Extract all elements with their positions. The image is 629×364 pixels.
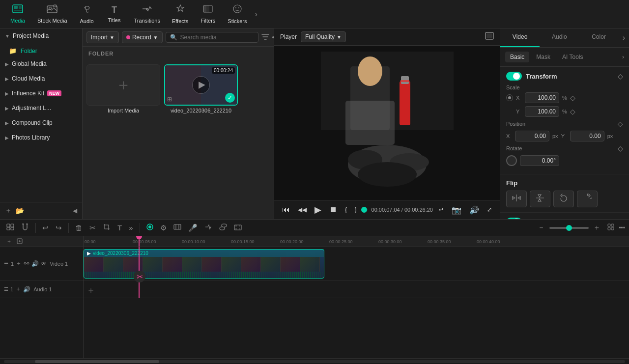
folder-create-icon[interactable]: 📂 [16, 207, 24, 215]
sidebar-item-adjustment[interactable]: ▶ Adjustment L... [0, 101, 82, 115]
import-button[interactable]: Import ▼ [86, 31, 119, 43]
timeline-playhead[interactable] [139, 236, 140, 247]
toolbar-item-stock[interactable]: Stock Media [31, 2, 73, 26]
fullscreen-icon[interactable] [485, 32, 494, 42]
undo-button[interactable]: ↩ [40, 222, 51, 234]
sidebar-item-photos-library[interactable]: ▶ Photos Library [0, 130, 82, 145]
filter-icon[interactable] [261, 33, 269, 42]
text-button[interactable]: T [115, 222, 124, 233]
compositing-toggle[interactable] [506, 218, 522, 219]
camera-frame-button[interactable] [231, 222, 244, 233]
audio-add-button[interactable]: ＋ [86, 284, 95, 296]
toolbar-item-filters[interactable]: Filters [194, 2, 222, 26]
tab-video[interactable]: Video [500, 28, 540, 47]
cut-button[interactable]: ✂ [87, 222, 98, 234]
transform-toggle[interactable] [506, 72, 522, 81]
sidebar-item-global-media[interactable]: ▶ Global Media [0, 56, 82, 71]
playhead-button[interactable] [144, 222, 156, 233]
audio-volume-icon[interactable]: 🔊 [23, 286, 30, 293]
add-track-label-button[interactable]: ＋ [4, 236, 14, 247]
toolbar-item-effects[interactable]: Effects [166, 2, 194, 26]
mic-button[interactable]: 🎤 [186, 222, 200, 234]
toolbar-item-titles[interactable]: T Titles [101, 3, 128, 25]
subtab-mask[interactable]: Mask [531, 52, 555, 62]
horizontal-scrollbar[interactable] [4, 360, 625, 363]
timeline-ruler[interactable]: 00:00 00:00:05:00 00:00:10:00 00:00:15:0… [84, 236, 629, 247]
clip-settings-button[interactable] [171, 222, 184, 233]
collapse-panel-icon[interactable]: ◀ [73, 207, 77, 214]
clip-mark-button[interactable]: ↵ [437, 205, 446, 214]
out-point-button[interactable]: } [353, 205, 359, 214]
search-input[interactable] [180, 34, 254, 41]
scale-y-keyframe[interactable]: ◇ [570, 108, 575, 115]
play-button[interactable]: ▶ [313, 203, 323, 216]
crop-button[interactable] [100, 222, 113, 234]
screenshot-button[interactable]: 📷 [450, 204, 463, 216]
in-point-button[interactable]: { [343, 205, 349, 214]
fit-screen-button[interactable]: ⤢ [485, 205, 494, 214]
tab-audio[interactable]: Audio [540, 28, 579, 47]
transform-keyframe-button[interactable]: ◇ [618, 72, 623, 80]
skip-back-button[interactable]: ⏮ [280, 204, 292, 215]
link-button[interactable] [217, 222, 229, 233]
zoom-slider[interactable] [549, 227, 589, 229]
rotate-left-button[interactable] [553, 191, 574, 207]
timeline-more-icon[interactable]: ••• [619, 224, 625, 231]
rotate-right-button[interactable] [577, 191, 598, 207]
subtab-ai-tools[interactable]: AI Tools [557, 52, 588, 62]
position-y-input[interactable] [570, 131, 604, 141]
video-link-icon[interactable] [24, 260, 29, 267]
add-track-icon[interactable]: ＋ [5, 206, 12, 215]
volume-button[interactable]: 🔊 [467, 204, 481, 216]
flip-horizontal-button[interactable] [506, 191, 527, 207]
video-media-item[interactable]: 00:00:24 ✓ ⊞ video_20220306_222210 [164, 64, 238, 215]
subtab-more-icon[interactable]: › [622, 54, 624, 60]
rotate-keyframe-button[interactable]: ◇ [618, 144, 623, 152]
sidebar-item-compound-clip[interactable]: ▶ Compound Clip [0, 115, 82, 130]
stop-button[interactable]: ⏹ [327, 204, 339, 215]
settings-button[interactable]: ⚙ [158, 222, 169, 234]
subtab-basic[interactable]: Basic [505, 52, 529, 62]
progress-bar[interactable] [363, 209, 368, 211]
toolbar-more-chevron[interactable]: › [253, 8, 259, 21]
redo-button[interactable]: ↪ [53, 222, 64, 234]
sidebar-item-project-media[interactable]: ▼ Project Media [0, 28, 82, 43]
magnet-button[interactable] [19, 222, 31, 234]
video-visibility-icon[interactable]: 👁 [41, 260, 47, 267]
flip-vertical-button[interactable] [530, 191, 550, 207]
video-volume-icon[interactable]: 🔊 [31, 260, 39, 267]
position-x-input[interactable] [515, 131, 549, 141]
merge-button[interactable] [202, 222, 215, 233]
import-media-item[interactable]: ＋ Import Media [86, 64, 160, 215]
sidebar-item-folder[interactable]: 📁 Folder [0, 43, 82, 56]
scale-y-input[interactable] [525, 106, 559, 117]
toolbar-item-transitions[interactable]: Transitions [128, 2, 166, 26]
toolbar-item-stickers[interactable]: Stickers [222, 2, 253, 26]
zoom-in-button[interactable]: ＋ [591, 222, 603, 234]
scene-view-button[interactable] [4, 222, 17, 233]
tab-more[interactable]: › [619, 28, 629, 47]
scale-x-input[interactable] [525, 92, 559, 103]
sidebar-item-influence-kit[interactable]: ▶ Influence Kit NEW [0, 86, 82, 101]
quality-select[interactable]: Full Quality ▼ [301, 31, 346, 42]
import-media-thumb[interactable]: ＋ [86, 64, 160, 106]
scale-x-keyframe[interactable]: ◇ [570, 94, 575, 102]
audio-add-icon[interactable]: ＋ [15, 285, 21, 293]
video-thumb[interactable]: 00:00:24 ✓ ⊞ [164, 64, 238, 106]
toolbar-item-audio[interactable]: Audio [73, 2, 101, 26]
video-clip[interactable]: ▶ video_20220306_222210 [84, 249, 324, 279]
grid-layout-button[interactable] [605, 222, 617, 233]
rotate-dial[interactable] [506, 155, 517, 166]
add-track-button[interactable] [14, 237, 25, 247]
zoom-out-button[interactable]: － [535, 222, 547, 234]
delete-button[interactable]: 🗑 [73, 222, 85, 233]
more-tools-button[interactable]: » [126, 222, 135, 233]
scrollbar-thumb[interactable] [35, 360, 159, 363]
step-back-button[interactable]: ◀◀ [296, 205, 309, 214]
tab-color[interactable]: Color [579, 28, 618, 47]
position-keyframe-button[interactable]: ◇ [618, 120, 623, 128]
toolbar-item-media[interactable]: Media [4, 2, 31, 26]
video-add-icon[interactable]: ＋ [16, 259, 22, 268]
record-button[interactable]: Record ▼ [122, 31, 163, 43]
sidebar-item-cloud-media[interactable]: ▶ Cloud Media [0, 71, 82, 86]
